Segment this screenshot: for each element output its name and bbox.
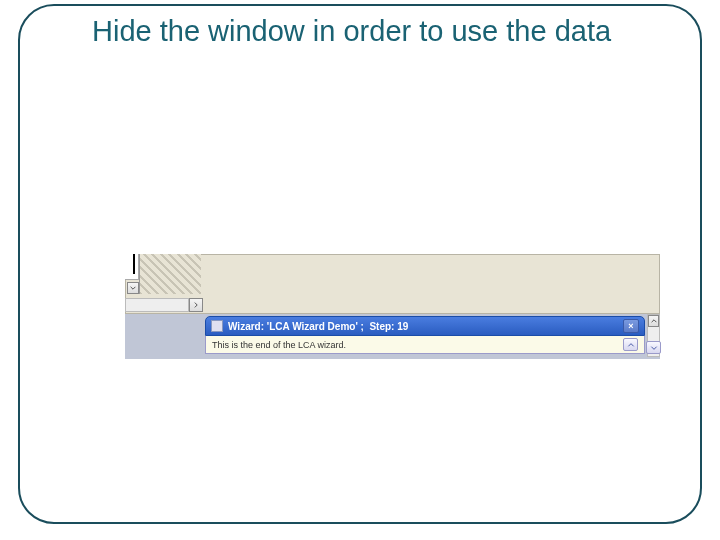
app-background bbox=[125, 254, 660, 314]
panel-toggle-button[interactable] bbox=[646, 341, 661, 354]
titlebar-step-number: 19 bbox=[397, 321, 408, 332]
slide-title: Hide the window in order to use the data bbox=[92, 14, 652, 49]
horizontal-scroll-track[interactable] bbox=[125, 298, 189, 312]
scroll-down-button[interactable] bbox=[127, 282, 139, 294]
chevron-up-icon bbox=[651, 318, 657, 324]
text-panel-edge bbox=[125, 254, 139, 280]
wizard-body-text: This is the end of the LCA wizard. bbox=[212, 340, 623, 350]
wizard-titlebar[interactable]: Wizard: 'LCA Wizard Demo' ; Step: 19 × bbox=[205, 316, 645, 336]
wizard-title-text: Wizard: 'LCA Wizard Demo' ; Step: 19 bbox=[228, 321, 623, 332]
titlebar-prefix: Wizard: bbox=[228, 321, 267, 332]
scroll-up-button[interactable] bbox=[648, 315, 659, 327]
chevron-down-icon bbox=[130, 285, 136, 291]
titlebar-wizard-name: 'LCA Wizard Demo' ; bbox=[267, 321, 364, 332]
embedded-screenshot: Wizard: 'LCA Wizard Demo' ; Step: 19 × T… bbox=[125, 254, 660, 359]
titlebar-step-label: Step: bbox=[369, 321, 394, 332]
text-cursor bbox=[133, 254, 135, 274]
collapse-button[interactable] bbox=[623, 338, 638, 351]
close-icon: × bbox=[628, 321, 633, 331]
chevron-up-icon bbox=[627, 341, 635, 349]
hatched-background bbox=[139, 254, 201, 294]
slide-frame: Hide the window in order to use the data… bbox=[18, 4, 702, 524]
wizard-body-panel: This is the end of the LCA wizard. bbox=[205, 336, 645, 354]
scroll-right-button[interactable] bbox=[189, 298, 203, 312]
chevron-right-icon bbox=[193, 302, 199, 308]
chevron-down-icon bbox=[650, 344, 658, 352]
close-button[interactable]: × bbox=[623, 319, 639, 333]
window-icon bbox=[211, 320, 223, 332]
